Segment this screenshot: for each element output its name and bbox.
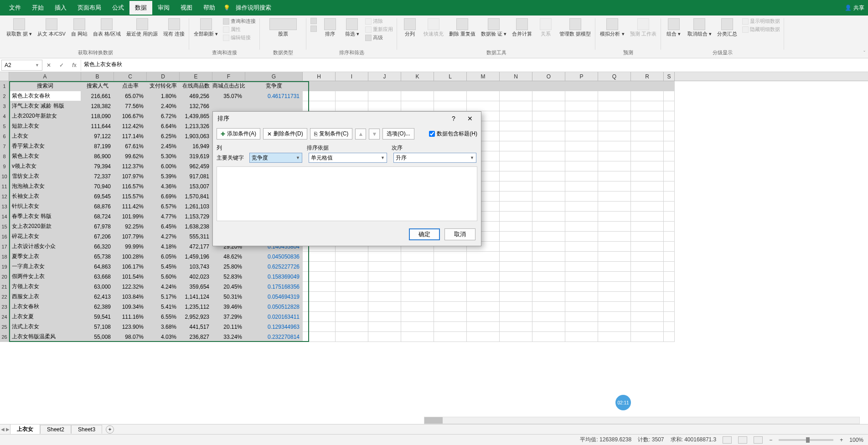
- cell[interactable]: 4.24%: [147, 282, 180, 292]
- cell[interactable]: [598, 252, 631, 262]
- cell[interactable]: 6.00%: [147, 161, 180, 171]
- column-header[interactable]: A: [9, 72, 81, 81]
- cell[interactable]: 99.99%: [114, 242, 147, 252]
- cell[interactable]: [664, 111, 675, 121]
- cell[interactable]: [303, 252, 336, 262]
- cell[interactable]: [664, 181, 675, 191]
- cell[interactable]: [565, 151, 598, 161]
- cell[interactable]: [500, 302, 532, 312]
- cell[interactable]: 长袖女上衣: [9, 191, 81, 202]
- cell[interactable]: 5.30%: [147, 151, 180, 161]
- cell[interactable]: [500, 181, 532, 191]
- cell[interactable]: 6.45%: [147, 222, 180, 232]
- cell[interactable]: [631, 312, 664, 322]
- has-header-input[interactable]: [429, 131, 435, 137]
- cell[interactable]: 0.461711731: [245, 91, 303, 101]
- cell[interactable]: [532, 252, 565, 262]
- cell[interactable]: 香芋紫上衣女: [9, 141, 81, 151]
- cell[interactable]: [532, 202, 565, 212]
- cell[interactable]: 101.54%: [114, 272, 147, 282]
- cell[interactable]: 118,090: [81, 111, 114, 121]
- cell[interactable]: [664, 81, 675, 91]
- cell[interactable]: [434, 101, 467, 111]
- ok-button[interactable]: 确定: [409, 228, 440, 240]
- cell[interactable]: v领上衣女: [9, 161, 81, 171]
- cell[interactable]: 69,545: [81, 191, 114, 202]
- cell[interactable]: 5.45%: [147, 262, 180, 272]
- cell[interactable]: [500, 232, 532, 242]
- cell[interactable]: 117.14%: [114, 131, 147, 141]
- cell[interactable]: [631, 272, 664, 282]
- advanced-filter-button[interactable]: 高级: [364, 34, 394, 41]
- sort-button[interactable]: 排序: [320, 17, 340, 38]
- cell[interactable]: [500, 161, 532, 171]
- row-header[interactable]: 19: [0, 262, 9, 272]
- row-header[interactable]: 15: [0, 222, 9, 232]
- row-header[interactable]: 7: [0, 141, 9, 151]
- cell[interactable]: [401, 282, 434, 292]
- column-header[interactable]: F: [212, 72, 245, 81]
- zoom-value[interactable]: 100%: [849, 437, 863, 443]
- queries-connections-button[interactable]: 查询和连接: [222, 17, 257, 25]
- cell[interactable]: 48.62%: [212, 252, 245, 262]
- horizontal-scrollbar[interactable]: [424, 417, 860, 424]
- cell[interactable]: [631, 202, 664, 212]
- cell[interactable]: [303, 282, 336, 292]
- cell[interactable]: 假两件女上衣: [9, 272, 81, 282]
- cell[interactable]: [401, 262, 434, 272]
- cell[interactable]: [598, 222, 631, 232]
- cell[interactable]: 5.39%: [147, 171, 180, 181]
- cell[interactable]: [500, 131, 532, 141]
- cell[interactable]: [401, 332, 434, 342]
- cell[interactable]: 109.34%: [114, 302, 147, 312]
- cell[interactable]: 搜索人气: [81, 81, 114, 91]
- cell[interactable]: [631, 282, 664, 292]
- cell[interactable]: [631, 131, 664, 141]
- edit-links-button[interactable]: 编辑链接: [222, 34, 257, 41]
- copy-level-button[interactable]: ⎘复制条件(C): [310, 128, 353, 140]
- cell[interactable]: 0.158369049: [245, 272, 303, 282]
- cell[interactable]: 2.40%: [147, 101, 180, 111]
- cell[interactable]: 4.36%: [147, 181, 180, 191]
- cell[interactable]: [565, 282, 598, 292]
- cell[interactable]: [565, 141, 598, 151]
- cell[interactable]: [434, 81, 467, 91]
- cell[interactable]: [303, 332, 336, 342]
- consolidate-button[interactable]: 合并计算: [510, 17, 534, 38]
- cell[interactable]: [500, 312, 532, 322]
- cell[interactable]: 153,007: [180, 181, 212, 191]
- cell[interactable]: [467, 262, 500, 272]
- cell[interactable]: 79,394: [81, 161, 114, 171]
- relations-button[interactable]: 关系: [536, 17, 556, 38]
- cell[interactable]: 216,661: [81, 91, 114, 101]
- cell[interactable]: [565, 212, 598, 222]
- cell[interactable]: [434, 322, 467, 332]
- column-header[interactable]: E: [180, 72, 212, 81]
- cell[interactable]: 6.25%: [147, 131, 180, 141]
- cell[interactable]: [467, 332, 500, 342]
- cell[interactable]: 63,000: [81, 282, 114, 292]
- cell[interactable]: 59,541: [81, 312, 114, 322]
- cell[interactable]: [598, 191, 631, 202]
- tab-layout[interactable]: 页面布局: [72, 1, 107, 15]
- cell[interactable]: [401, 81, 434, 91]
- cell[interactable]: 122.32%: [114, 282, 147, 292]
- cell[interactable]: [467, 101, 500, 111]
- subtotal-button[interactable]: 分类汇总: [715, 17, 739, 38]
- add-sheet-button[interactable]: +: [106, 425, 114, 434]
- cell[interactable]: 5.17%: [147, 292, 180, 302]
- cell[interactable]: [434, 332, 467, 342]
- cell[interactable]: 上衣女春秋: [9, 302, 81, 312]
- cell[interactable]: [664, 322, 675, 332]
- from-web-button[interactable]: 自 网站: [69, 17, 89, 38]
- cell[interactable]: [664, 272, 675, 282]
- cell[interactable]: [631, 161, 664, 171]
- row-header[interactable]: 1: [0, 81, 9, 91]
- cell[interactable]: [565, 91, 598, 101]
- cell[interactable]: [598, 312, 631, 322]
- hide-detail-button[interactable]: 隐藏明细数据: [741, 26, 781, 33]
- data-validation-button[interactable]: 数据验 证 ▾: [479, 17, 508, 38]
- cell[interactable]: [434, 282, 467, 292]
- sort-order-select[interactable]: 升序▼: [393, 153, 476, 163]
- cell[interactable]: 359,654: [180, 282, 212, 292]
